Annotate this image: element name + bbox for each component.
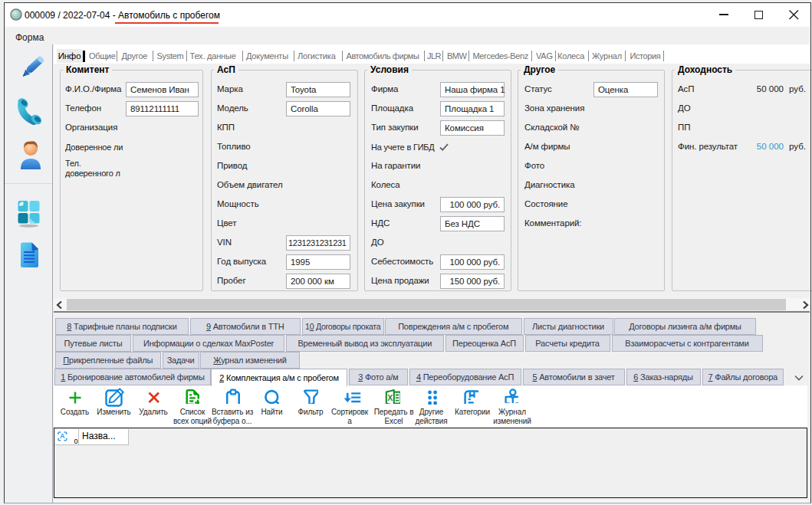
svg-text:X: X: [387, 393, 393, 402]
svg-text:A: A: [60, 432, 64, 440]
